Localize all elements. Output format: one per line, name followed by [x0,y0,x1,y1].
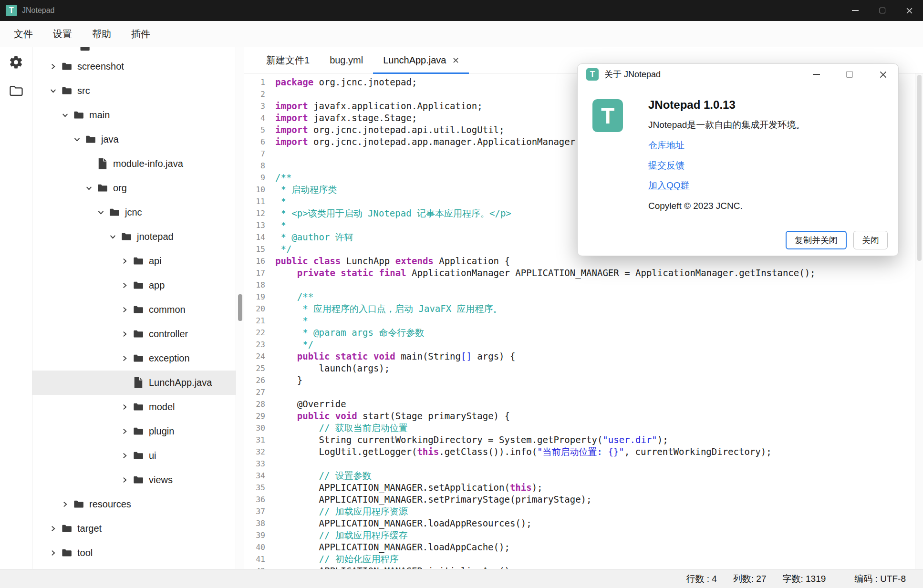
jnotepad-logo-letter: T [601,103,614,129]
tree-item-exception[interactable]: exception [32,346,236,371]
chevron-right-icon[interactable] [122,404,133,410]
dialog-app-icon: T [586,68,599,81]
code-line: 27 [244,386,915,398]
tree-item-lunchapp-java[interactable]: LunchApp.java [32,371,236,395]
chevron-right-icon[interactable] [122,258,133,264]
chevron-down-icon[interactable] [74,136,85,143]
tree-item-resources[interactable]: resources [32,492,236,516]
tree-item-label: exception [149,353,190,364]
status-char-count: 字数: 1319 [783,573,826,585]
tree-item-api[interactable]: api [32,249,236,273]
tree-item-src[interactable]: src [32,79,236,103]
tab-lunchapp-java[interactable]: LunchApp.java [373,47,469,73]
tree-item-label: ui [149,450,156,461]
feedback-link[interactable]: 提交反馈 [648,159,684,172]
folder-icon[interactable] [8,83,24,99]
editor-scrollbar[interactable] [915,73,923,569]
tree-item-label: jcnc [125,207,142,218]
line-number: 25 [244,362,265,374]
line-number: 33 [244,458,265,470]
close-dialog-button[interactable]: 关闭 [853,231,888,249]
chevron-down-icon[interactable] [86,185,97,191]
line-number: 7 [244,148,265,160]
menu-item-help[interactable]: 帮助 [82,28,121,41]
qq-group-link[interactable]: 加入QQ群 [648,179,690,192]
tree-item-model[interactable]: model [32,395,236,419]
chevron-right-icon[interactable] [122,307,133,313]
chevron-right-icon[interactable] [122,282,133,289]
tree-item-ui[interactable]: ui [32,444,236,468]
tree-item-label: api [149,256,162,267]
about-dialog: T 关于 JNotepad T JNotepad 1.0.13 JNotepad… [577,63,899,256]
code-line: 30 // 获取当前启动位置 [244,422,915,434]
code-line: 35 APPLICATION_MANAGER.setApplication(th… [244,482,915,494]
maximize-button[interactable] [869,0,896,21]
tree-item-label: java [101,134,119,145]
tree-item-common[interactable]: common [32,298,236,322]
folder-icon [133,402,145,411]
code-line: 24 public static void main(String[] args… [244,351,915,362]
repo-address-link[interactable]: 仓库地址 [648,139,684,152]
chevron-down-icon[interactable] [98,209,109,216]
minimize-icon [852,10,859,11]
line-number: 29 [244,410,265,422]
file-icon [133,376,145,389]
chevron-right-icon[interactable] [122,453,133,459]
tree-item-controller[interactable]: controller [32,322,236,346]
tree-item-jnotepad[interactable]: jnotepad [32,225,236,249]
tree-item-views[interactable]: views [32,468,236,492]
close-icon [906,7,913,14]
tree-item-module-info-java[interactable]: module-info.java [32,152,236,176]
chevron-right-icon[interactable] [62,501,73,507]
menu-item-plugins[interactable]: 插件 [121,28,160,41]
tree-item-label: plugin [149,426,174,437]
tree-item-java[interactable]: java [32,127,236,152]
code-line: 33 [244,458,915,470]
tab-new-file-1[interactable]: 新建文件1 [256,47,320,73]
tree-item-org[interactable]: org [32,176,236,200]
minimize-button[interactable] [841,0,869,21]
chevron-right-icon[interactable] [50,63,62,70]
tab-close-icon[interactable] [453,57,459,63]
chevron-right-icon[interactable] [122,355,133,361]
copy-and-close-button[interactable]: 复制并关闭 [786,231,847,249]
tree-item-plugin[interactable]: plugin [32,419,236,444]
app-logo-letter: T [9,6,14,15]
tree-item-target[interactable]: target [32,516,236,541]
dialog-minimize-button[interactable] [809,68,823,81]
tree-item-screenshot[interactable]: screenshot [32,54,236,79]
tree-item-app[interactable]: app [32,273,236,298]
menu-item-settings[interactable]: 设置 [43,28,82,41]
tree-item-tool[interactable]: tool [32,541,236,565]
menu-item-file[interactable]: 文件 [4,28,43,41]
tree-item-main[interactable]: main [32,103,236,127]
code-line: 17 private static final ApplicationManag… [244,267,915,279]
tab-label: 新建文件1 [266,54,310,67]
close-button[interactable] [896,0,923,21]
settings-gear-icon[interactable] [8,54,24,70]
code-line: 23 */ [244,339,915,351]
dialog-close-button[interactable] [876,68,890,81]
tree-scrollbar[interactable] [236,47,244,569]
close-icon [879,71,887,79]
tree-item-jcnc[interactable]: jcnc [32,200,236,225]
editor-scrollbar-thumb[interactable] [917,75,922,261]
code-line: 34 // 设置参数 [244,470,915,482]
tree-item-label: model [149,402,175,413]
chevron-right-icon[interactable] [50,550,62,556]
chevron-right-icon[interactable] [122,477,133,483]
line-number: 36 [244,494,265,505]
tree-item-label: resources [89,499,131,510]
chevron-down-icon[interactable] [62,112,73,118]
tab-bug-yml[interactable]: bug.yml [320,47,373,73]
chevron-right-icon[interactable] [122,428,133,434]
chevron-right-icon[interactable] [50,526,62,532]
line-number: 6 [244,136,265,148]
dialog-maximize-button[interactable] [843,68,856,81]
dialog-app-icon-letter: T [590,70,595,79]
tree-item-label: target [77,523,102,534]
tree-scrollbar-thumb[interactable] [238,294,242,321]
chevron-right-icon[interactable] [122,331,133,337]
chevron-down-icon[interactable] [50,88,62,94]
chevron-down-icon[interactable] [110,234,121,240]
